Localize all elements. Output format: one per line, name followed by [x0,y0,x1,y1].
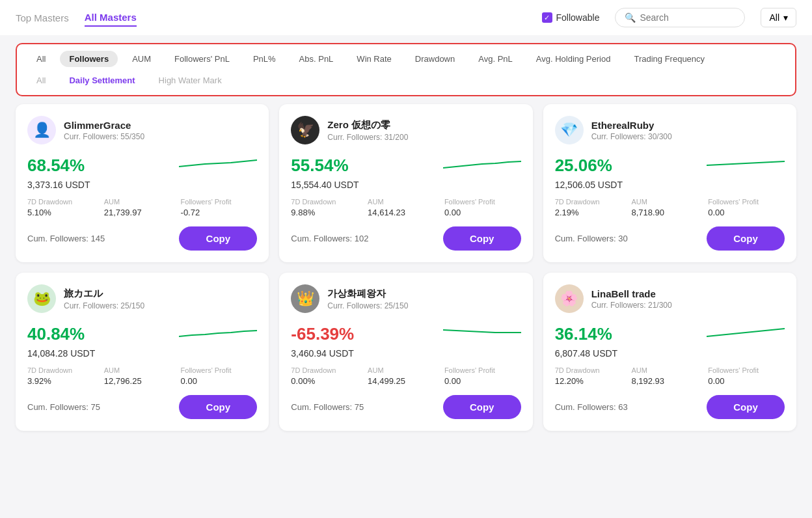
filter-pnl-pct[interactable]: PnL% [244,51,285,67]
followable-toggle[interactable]: ✓ Followable [542,12,600,23]
stat-fp-glimmer: Followers' Profit -0.72 [181,198,258,217]
stat-drawdown-lina: 7D Drawdown 12.20% [555,366,632,386]
avatar-kaeru: 🐸 [27,284,56,313]
master-card-glimmer: 👤 GlimmerGrace Curr. Followers: 55/350 6… [16,104,269,262]
copy-button-ethereal[interactable]: Copy [707,226,785,251]
filter-row-2: All Daily Settlement High Water Mark [27,72,785,89]
card-perf-gasang: -65.39% [291,322,521,346]
trader-name-kaeru: 旅カエル [64,288,257,300]
usdt-value-gasang: 3,460.94 USDT [291,348,521,359]
card-footer-kaeru: Cum. Followers: 75 Copy [27,395,257,419]
card-header-gasang: 👑 가상화폐왕자 Curr. Followers: 25/150 [291,284,521,313]
card-perf-ethereal: 25.06% [555,154,785,177]
cum-followers-zero: Cum. Followers: 102 [291,234,368,243]
mini-chart-glimmer [179,154,257,177]
search-icon: 🔍 [625,12,636,23]
card-header-ethereal: 💎 EtherealRuby Curr. Followers: 30/300 [555,116,785,144]
card-footer-lina: Cum. Followers: 63 Copy [555,395,785,419]
cum-followers-lina: Cum. Followers: 63 [555,402,628,412]
filter-win-rate[interactable]: Win Rate [347,51,400,67]
filter-followers-pnl[interactable]: Followers' PnL [165,51,239,67]
stat-drawdown-zero: 7D Drawdown 9.88% [291,198,368,217]
chevron-down-icon: ▾ [783,12,788,23]
card-header-glimmer: 👤 GlimmerGrace Curr. Followers: 55/350 [27,116,257,144]
trader-name-lina: LinaBell trade [591,288,785,299]
top-nav: Top Masters All Masters ✓ Followable 🔍 A… [0,0,812,35]
filter-all[interactable]: All [27,51,55,67]
card-perf-lina: 36.14% [555,322,785,346]
search-box: 🔍 [615,8,745,27]
copy-button-zero[interactable]: Copy [443,226,521,251]
all-dropdown[interactable]: All ▾ [761,8,796,27]
tab-all-masters[interactable]: All Masters [85,9,137,27]
stats-row-kaeru: 7D Drawdown 3.92% AUM 12,796.25 Follower… [27,366,257,386]
stat-fp-zero: Followers' Profit 0.00 [444,198,521,217]
master-card-kaeru: 🐸 旅カエル Curr. Followers: 25/150 40.84% 14… [16,273,269,431]
filter-abs-pnl[interactable]: Abs. PnL [290,51,343,67]
trader-name-ethereal: EtherealRuby [591,120,785,131]
filter-drawdown[interactable]: Drawdown [406,51,464,67]
stat-fp-gasang: Followers' Profit 0.00 [444,366,521,386]
trader-name-gasang: 가상화폐왕자 [327,288,521,300]
curr-followers-lina: Curr. Followers: 21/300 [591,301,785,310]
cum-followers-kaeru: Cum. Followers: 75 [27,402,100,412]
curr-followers-kaeru: Curr. Followers: 25/150 [64,301,257,310]
followable-checkbox[interactable]: ✓ [542,12,552,23]
card-perf-kaeru: 40.84% [27,322,257,346]
usdt-value-glimmer: 3,373.16 USDT [27,180,257,190]
copy-button-lina[interactable]: Copy [707,395,785,419]
filter-trading-freq[interactable]: Trading Frequency [625,51,714,67]
copy-button-kaeru[interactable]: Copy [179,395,257,419]
pnl-pct-kaeru: 40.84% [27,324,85,344]
stat-drawdown-ethereal: 7D Drawdown 2.19% [555,198,632,217]
cum-followers-gasang: Cum. Followers: 75 [291,402,364,412]
cum-followers-glimmer: Cum. Followers: 145 [27,234,105,243]
mini-chart-kaeru [179,322,257,346]
avatar-glimmer: 👤 [27,116,56,144]
stat-aum-lina: AUM 8,192.93 [631,366,708,386]
copy-button-gasang[interactable]: Copy [443,395,521,419]
master-card-gasang: 👑 가상화폐왕자 Curr. Followers: 25/150 -65.39%… [279,273,532,431]
curr-followers-zero: Curr. Followers: 31/200 [327,133,521,142]
filter-avg-pnl[interactable]: Avg. PnL [469,51,522,67]
filter-aum[interactable]: AUM [123,51,160,67]
mini-chart-zero [443,154,521,177]
master-card-zero: 🦅 Zero 仮想の零 Curr. Followers: 31/200 55.5… [279,104,532,262]
avatar-ethereal: 💎 [555,116,584,144]
stat-aum-zero: AUM 14,614.23 [368,198,444,217]
pnl-pct-gasang: -65.39% [291,324,354,344]
stat-drawdown-gasang: 7D Drawdown 0.00% [291,366,368,386]
filter-high-water-mark[interactable]: High Water Mark [150,72,231,89]
pnl-pct-lina: 36.14% [555,324,612,344]
pnl-pct-glimmer: 68.54% [27,156,85,176]
tab-top-masters[interactable]: Top Masters [16,10,69,26]
usdt-value-kaeru: 14,084.28 USDT [27,348,257,359]
mini-chart-gasang [443,322,521,346]
stats-row-glimmer: 7D Drawdown 5.10% AUM 21,739.97 Follower… [27,198,257,217]
copy-button-glimmer[interactable]: Copy [179,226,257,251]
pnl-pct-ethereal: 25.06% [555,156,612,176]
card-footer-ethereal: Cum. Followers: 30 Copy [555,226,785,251]
mini-chart-ethereal [707,154,785,177]
filter-row-1: All Followers AUM Followers' PnL PnL% Ab… [27,51,785,67]
card-footer-glimmer: Cum. Followers: 145 Copy [27,226,257,251]
stat-aum-glimmer: AUM 21,739.97 [104,198,181,217]
filter-avg-holding[interactable]: Avg. Holding Period [527,51,620,67]
stat-fp-ethereal: Followers' Profit 0.00 [708,198,785,217]
followable-label: Followable [556,12,600,23]
filter-daily-settlement[interactable]: Daily Settlement [60,72,144,89]
search-input[interactable] [640,12,735,23]
card-footer-zero: Cum. Followers: 102 Copy [291,226,521,251]
avatar-lina: 🌸 [555,284,584,313]
trader-name-zero: Zero 仮想の零 [327,119,521,131]
pnl-pct-zero: 55.54% [291,156,348,176]
cum-followers-ethereal: Cum. Followers: 30 [555,234,628,243]
stat-fp-kaeru: Followers' Profit 0.00 [181,366,258,386]
avatar-zero: 🦅 [291,116,319,144]
filter-all-2[interactable]: All [27,72,55,89]
stat-aum-kaeru: AUM 12,796.25 [104,366,181,386]
filter-followers[interactable]: Followers [60,51,118,67]
trader-name-glimmer: GlimmerGrace [64,120,257,131]
usdt-value-zero: 15,554.40 USDT [291,180,521,190]
card-perf-zero: 55.54% [291,154,521,177]
